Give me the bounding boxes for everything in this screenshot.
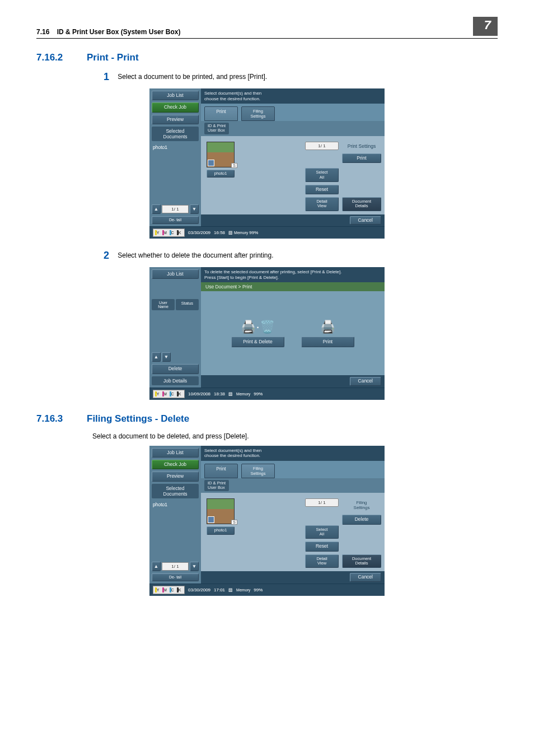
memory-pct: 99% — [254, 391, 263, 396]
delete-button[interactable]: Delete — [152, 364, 199, 374]
memory-pct: 99% — [254, 587, 263, 592]
page-up-icon[interactable]: ▲ — [152, 562, 161, 571]
memory-pct: 99% — [249, 230, 258, 235]
userbox-subtab[interactable]: ID & Print User Box — [204, 480, 229, 492]
preview-button[interactable]: Preview — [152, 115, 199, 124]
document-thumbnail[interactable]: S — [207, 142, 235, 167]
thumb-badge: S — [231, 520, 237, 525]
page-indicator: 1/ 1 — [305, 142, 339, 150]
status-header: Status — [176, 299, 199, 310]
cancel-button[interactable]: Cancel — [350, 573, 381, 581]
section-heading-1: 7.16.2Print - Print — [36, 52, 498, 63]
memory-icon: ▧ — [228, 587, 233, 592]
status-time: 18:38 — [214, 391, 225, 396]
document-details-button[interactable]: Document Details — [342, 197, 381, 211]
step-1: 1 Select a document to be printed, and p… — [92, 71, 498, 83]
print-icon: 🖨️ — [301, 320, 354, 334]
memory-icon: ▧ — [228, 391, 233, 396]
memory-label: Memory — [236, 588, 250, 592]
mfp-panel-2: Job List User Name Status ▲ ▼ Delete Job… — [149, 267, 385, 400]
message-bar: Select document(s) and then choose the d… — [201, 88, 385, 104]
job-list-button[interactable]: Job List — [152, 269, 199, 279]
cancel-button[interactable]: Cancel — [350, 216, 381, 225]
toner-levels: YMCK — [153, 228, 185, 237]
detail-small-button[interactable]: De- tail — [152, 573, 199, 581]
tab-filing-settings[interactable]: Filing Settings — [241, 106, 275, 121]
document-details-button[interactable]: Document Details — [342, 554, 381, 568]
cancel-button[interactable]: Cancel — [350, 377, 381, 385]
detail-view-button[interactable]: Detail View — [305, 554, 339, 568]
header-section-title: ID & Print User Box (System User Box) — [57, 28, 181, 36]
page-down-icon[interactable]: ▼ — [162, 352, 171, 362]
job-details-button[interactable]: Job Details — [152, 376, 199, 385]
tab-filing-settings[interactable]: Filing Settings — [241, 464, 275, 478]
memory-label: Memory — [236, 392, 250, 396]
left-pager: 1/ 1 — [162, 205, 189, 213]
memory-label: Memory — [234, 231, 248, 235]
page-down-icon[interactable]: ▼ — [190, 204, 199, 214]
userbox-subtab[interactable]: ID & Print User Box — [204, 123, 229, 134]
user-name-header: User Name — [152, 299, 175, 310]
print-and-delete-button[interactable]: Print & Delete — [231, 337, 284, 347]
status-time: 16:58 — [214, 230, 225, 235]
print-only-button[interactable]: Print — [301, 337, 354, 347]
detail-small-button[interactable]: De- tail — [152, 216, 199, 224]
selected-documents-label: Selected Documents — [152, 127, 199, 141]
tab-print[interactable]: Print — [204, 464, 238, 478]
step-2: 2 Select whether to delete the document … — [92, 250, 498, 262]
message-bar: Select document(s) and then choose the d… — [201, 446, 385, 461]
thumb-badge: S — [231, 163, 237, 168]
detail-view-button[interactable]: Detail View — [305, 197, 339, 211]
page-up-icon[interactable]: ▲ — [152, 204, 161, 214]
thumb-label[interactable]: photo1 — [207, 170, 235, 178]
section-heading-2: 7.16.3Filing Settings - Delete — [36, 413, 498, 424]
toner-levels: YMCK — [153, 390, 185, 398]
selected-doc-item[interactable]: photo1 — [152, 501, 199, 508]
status-date: 03/30/2009 — [188, 587, 210, 592]
filing-settings-label: Filing Settings — [342, 498, 381, 512]
message-bar: To delete the selected document after pr… — [201, 267, 385, 282]
status-date: 03/30/2009 — [188, 230, 210, 235]
toner-levels: YMCK — [153, 586, 185, 594]
select-all-button[interactable]: Select All — [305, 168, 339, 182]
print-settings-label: Print Settings — [342, 142, 381, 151]
job-list-button[interactable]: Job List — [152, 448, 199, 458]
preview-button[interactable]: Preview — [152, 472, 199, 481]
status-time: 17:01 — [214, 587, 225, 592]
print-button[interactable]: Print — [342, 153, 381, 163]
selected-documents-label: Selected Documents — [152, 484, 199, 498]
tab-print[interactable]: Print — [204, 106, 238, 121]
chapter-badge: 7 — [473, 17, 498, 36]
selected-doc-item[interactable]: photo1 — [152, 143, 199, 151]
section-2-intro: Select a document to be deleted, and pre… — [92, 432, 498, 440]
delete-button[interactable]: Delete — [342, 515, 381, 524]
status-date: 10/09/2008 — [188, 391, 210, 396]
job-list-button[interactable]: Job List — [152, 91, 199, 100]
page-down-icon[interactable]: ▼ — [190, 562, 199, 571]
memory-icon: ▧ — [228, 230, 233, 235]
check-job-button[interactable]: Check Job — [152, 460, 199, 469]
document-thumbnail[interactable]: S — [207, 498, 235, 524]
thumb-label[interactable]: photo1 — [207, 526, 235, 534]
left-pager: 1/ 1 — [162, 562, 189, 571]
reset-button[interactable]: Reset — [305, 185, 339, 194]
mfp-panel-1: Job List Check Job Preview Selected Docu… — [149, 88, 385, 239]
select-all-button[interactable]: Select All — [305, 525, 339, 539]
breadcrumb: Use Document > Print — [201, 282, 385, 291]
header-section-ref: 7.16 — [36, 28, 49, 36]
page-up-icon[interactable]: ▲ — [152, 352, 161, 362]
mfp-panel-3: Job List Check Job Preview Selected Docu… — [149, 446, 385, 596]
reset-button[interactable]: Reset — [305, 542, 339, 551]
running-header: 7.16 ID & Print User Box (System User Bo… — [36, 17, 498, 39]
page-indicator: 1/ 1 — [305, 498, 339, 507]
check-job-button[interactable]: Check Job — [152, 102, 199, 112]
print-delete-icon: 🖨️·🗑️ — [231, 320, 284, 334]
